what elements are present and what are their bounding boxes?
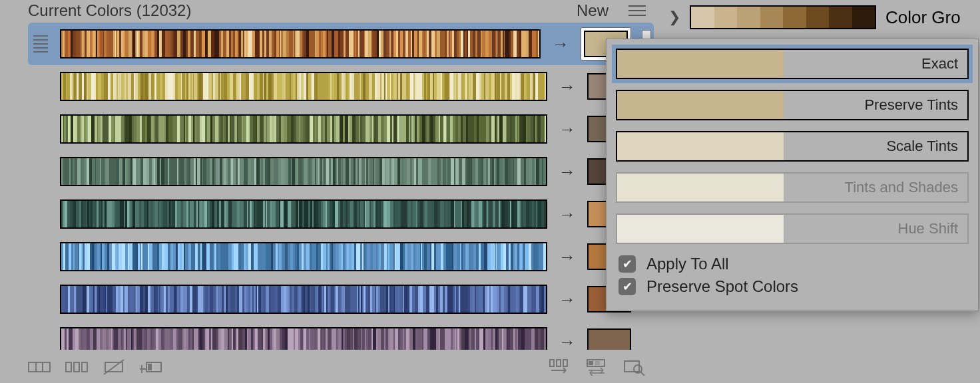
drag-handle-icon[interactable] [33, 31, 48, 57]
option-label: Scale Tints [886, 138, 958, 155]
header-title: Current Colors (12032) [28, 1, 191, 20]
source-color-strip[interactable] [60, 72, 547, 101]
svg-rect-0 [29, 362, 50, 372]
svg-rect-13 [557, 360, 561, 366]
arrow-right-icon: → [558, 289, 577, 310]
apply-to-all-label: Apply To All [646, 255, 729, 273]
color-row[interactable]: →▾ [28, 278, 654, 320]
apply-to-all-row[interactable]: ✔ Apply To All [616, 255, 969, 273]
svg-rect-3 [66, 362, 71, 372]
source-color-strip[interactable] [60, 29, 541, 59]
option-swatch [617, 132, 784, 160]
panel-menu-icon[interactable] [628, 2, 646, 19]
color-rows: →▾→▾→▾→▾→▾→▾→▾→▾ [28, 23, 654, 350]
option-label: Tints and Shades [845, 179, 958, 196]
column-header-new: New [577, 1, 609, 20]
toolbar-bottom [28, 354, 646, 380]
arrow-right-icon: → [558, 332, 577, 350]
color-row[interactable]: →▾ [28, 320, 654, 350]
assign-option[interactable]: Exact [616, 49, 969, 79]
arrow-right-icon: → [551, 34, 570, 55]
assign-option: Tints and Shades [616, 172, 969, 203]
color-row[interactable]: →▾ [28, 65, 654, 108]
arrow-right-icon: → [558, 76, 577, 97]
chevron-right-icon[interactable]: ❯ [668, 9, 680, 26]
assign-method-popover: ExactPreserve TintsScale TintsTints and … [606, 39, 979, 311]
sort-columns-icon[interactable] [549, 358, 571, 376]
arrow-right-icon: → [558, 119, 577, 140]
option-label: Preserve Tints [864, 96, 958, 114]
side-panel: ❯ Color Gro ExactPreserve TintsScale Tin… [659, 0, 980, 383]
svg-rect-16 [589, 361, 593, 365]
checkbox-checked-icon[interactable]: ✔ [618, 278, 636, 295]
assign-option[interactable]: Scale Tints [616, 131, 969, 162]
svg-rect-12 [550, 360, 554, 366]
arrow-right-icon: → [558, 162, 577, 182]
color-row[interactable]: →▾ [28, 235, 654, 278]
svg-rect-9 [148, 364, 152, 370]
color-row[interactable]: →▾ [28, 108, 654, 150]
checkbox-checked-icon[interactable]: ✔ [618, 255, 636, 273]
option-swatch [617, 174, 784, 201]
option-swatch [617, 215, 784, 243]
preserve-spot-row[interactable]: ✔ Preserve Spot Colors [616, 277, 969, 296]
split-icon[interactable] [65, 358, 88, 376]
option-swatch [617, 91, 784, 119]
recolor-panel: Current Colors (12032) New →▾→▾→▾→▾→▾→▾→… [0, 0, 659, 383]
svg-rect-18 [624, 361, 639, 372]
color-group-label: Color Gro [885, 7, 961, 28]
svg-rect-4 [74, 362, 79, 372]
arrow-right-icon: → [558, 247, 577, 267]
source-color-strip[interactable] [60, 114, 547, 144]
source-color-strip[interactable] [60, 327, 547, 350]
color-row[interactable]: →▾ [28, 23, 654, 65]
color-row[interactable]: →▾ [28, 193, 654, 235]
svg-rect-14 [563, 360, 567, 366]
merge-icon[interactable] [28, 358, 51, 376]
arrow-right-icon: → [558, 204, 577, 225]
target-swatch[interactable] [587, 328, 631, 350]
svg-rect-17 [595, 361, 600, 365]
svg-rect-5 [82, 362, 87, 372]
color-row[interactable]: →▾ [28, 150, 654, 193]
source-color-strip[interactable] [60, 242, 547, 271]
option-swatch [617, 50, 784, 78]
source-color-strip[interactable] [60, 199, 547, 229]
assign-option: Hue Shift [616, 213, 969, 244]
randomize-order-icon[interactable] [586, 358, 609, 376]
source-color-strip[interactable] [60, 157, 547, 186]
option-label: Hue Shift [898, 220, 959, 237]
color-group-row[interactable]: ❯ Color Gro [668, 5, 980, 29]
panel-header: Current Colors (12032) New [0, 0, 659, 23]
svg-line-20 [640, 372, 644, 376]
preserve-spot-label: Preserve Spot Colors [646, 277, 798, 296]
new-row-icon[interactable] [140, 358, 162, 376]
assign-option[interactable]: Preserve Tints [616, 90, 969, 120]
exclude-icon[interactable] [103, 358, 125, 376]
find-colors-icon[interactable] [623, 358, 646, 376]
source-color-strip[interactable] [60, 285, 547, 314]
color-group-swatches [690, 5, 876, 29]
option-label: Exact [921, 55, 958, 72]
